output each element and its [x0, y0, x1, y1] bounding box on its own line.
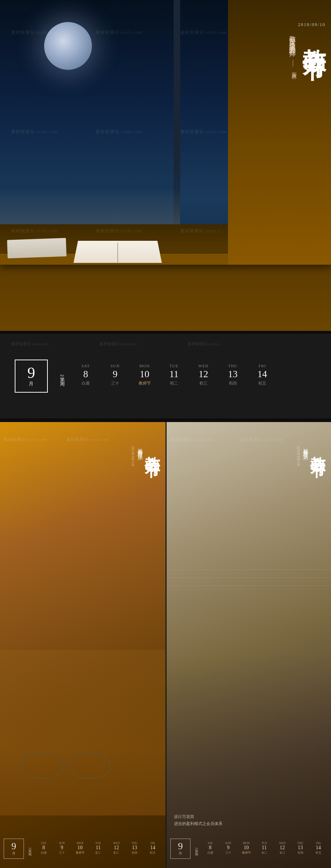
cal-col-thu: THU 13 初四 — [218, 364, 248, 386]
cal-day-zh-bailu: 白露 — [82, 381, 90, 386]
calendar-day-headers: SAT 8 白露 SUN 9 三十 MON 10 教师节 TUE 11 初二 W… — [71, 364, 316, 386]
city-lights — [0, 158, 180, 232]
divider-1 — [0, 331, 331, 334]
right-texture — [167, 569, 331, 679]
cal-day-name-thu: THU — [228, 364, 238, 368]
top-card: 2018/09/10 教师是人类灵魂的工程师。 — 斯大林 教师节 素材能量站 … — [0, 0, 331, 331]
left-mini-month-num: 9 — [11, 842, 16, 851]
cal-day-name-sun: SUN — [110, 364, 120, 368]
mid-divider — [0, 418, 331, 422]
cal-col-sun: SUN 9 三十 — [100, 364, 130, 386]
right-promo: 设计万花筒 进击的盈利模式之会员体系 — [174, 814, 223, 826]
left-promo: 设计万花筒 进击的盈利模式之会员体系 — [7, 422, 166, 826]
left-mini-day-names: SAT8白露 SUN9三十 MON10教师节 TUE11初二 WED12初三 T… — [35, 842, 162, 855]
cal-col-fri: FRI 14 初五 — [248, 364, 277, 386]
cal-day-zh-chushi: 初三 — [199, 381, 207, 386]
right-mini-month-label: 月 — [179, 851, 182, 856]
left-mini-month-label: 月 — [12, 851, 15, 856]
right-text-block: 2018/09/10 祝老师节日快乐 教师节 — [296, 444, 325, 467]
right-title: 教师节 — [310, 444, 325, 453]
bottom-row: 素材能量站 scnlz.com 素材能量站 scnlz.com 2018/09/… — [0, 422, 331, 868]
right-promo-2: 进击的盈利模式之会员体系 — [174, 821, 223, 826]
cal-day-name-fri: FRI — [259, 364, 266, 368]
cal-day-name-wed: WED — [198, 364, 209, 368]
cal-day-num-13: 13 — [228, 369, 238, 379]
cal-day-name-tue: TUE — [170, 364, 178, 368]
right-mini-calendar: 9 月 第2周 SAT8白露 SUN9三十 MON10教师节 TUE11初二 W… — [170, 830, 327, 867]
cal-col-sat: SAT 8 白露 — [71, 364, 100, 386]
cal-day-num-10: 10 — [140, 369, 149, 379]
right-mini-day-names: SAT8白露 SUN9三十 MON10教师节 TUE11初二 WED12初三 T… — [201, 842, 327, 855]
stacked-papers — [7, 238, 67, 258]
cal-day-num-11: 11 — [169, 369, 178, 379]
cal-day-zh-sanshi: 三十 — [111, 381, 119, 386]
cal-day-zh-chuer: 初二 — [170, 381, 178, 386]
right-mini-month-num: 9 — [178, 842, 183, 851]
cal-day-name-mon: MON — [139, 364, 150, 368]
calendar-strip: 素材能量站 scnlz.com 素材能量站 scnlz.com 素材能量站 sc… — [0, 334, 331, 418]
cal-day-zh-chusi: 初四 — [229, 381, 237, 386]
right-mini-week-label: 第2周 — [194, 847, 199, 851]
author-text: 斯大林 — [291, 68, 297, 71]
calendar-week-label: 第2周 — [59, 373, 65, 379]
cal-watermark-3: 素材能量站 scnlz.c... — [188, 341, 223, 347]
title-text: 教师节 — [302, 31, 325, 42]
cal-col-tue: TUE 11 初二 — [159, 364, 189, 386]
calendar-days: SAT 8 白露 SUN 9 三十 MON 10 教师节 TUE 11 初二 W… — [71, 364, 316, 389]
cal-col-wed: WED 12 初三 — [189, 364, 218, 386]
dash-mark: — — [289, 60, 297, 67]
cal-day-num-9: 9 — [113, 369, 118, 379]
cal-day-zh-teachersday: 教师节 — [139, 381, 151, 386]
cal-col-mon: MON 10 教师节 — [130, 364, 159, 386]
cal-watermark-2: 素材能量站 scnlz.com — [99, 341, 137, 347]
cal-day-name-sat: SAT — [82, 364, 90, 368]
left-mini-week-label: 第2周 — [28, 847, 32, 851]
right-mini-month-box: 9 月 — [170, 839, 191, 859]
bottom-card-left: 素材能量站 scnlz.com 素材能量站 scnlz.com 2018/09/… — [0, 422, 166, 868]
cal-day-num-12: 12 — [199, 369, 208, 379]
right-sub: 祝老师节日快乐 — [302, 444, 309, 452]
date-display: 2018/09/10 — [298, 22, 325, 28]
cal-watermark-1: 素材能量站 scnlz.com — [11, 341, 49, 347]
subtitle-text: 教师是人类灵魂的工程师。 — [287, 31, 297, 55]
open-book — [74, 241, 162, 263]
left-mini-month-box: 9 月 — [4, 839, 24, 859]
cal-day-num-14: 14 — [257, 369, 267, 379]
bottom-card-right: 素材能量站 scnlz.com 素材能量站 scnlz.com 2018/09/… — [166, 422, 331, 868]
calendar-month-box: 9 月 — [15, 360, 48, 393]
calendar-month-label: 月 — [29, 381, 34, 387]
cal-day-zh-chuwu: 初五 — [258, 381, 266, 386]
left-mini-calendar: 9 月 第2周 SAT8白露 SUN9三十 MON10教师节 TUE11初二 W… — [4, 830, 162, 867]
left-mini-days: SAT8白露 SUN9三十 MON10教师节 TUE11初二 WED12初三 T… — [35, 842, 162, 856]
right-promo-1: 设计万花筒 — [174, 814, 223, 819]
calendar-month-number: 9 — [28, 365, 35, 381]
right-mini-days: SAT8白露 SUN9三十 MON10教师节 TUE11初二 WED12初三 T… — [201, 842, 327, 856]
right-date: 2018/09/10 — [296, 446, 300, 467]
cal-day-num-8: 8 — [83, 369, 88, 379]
